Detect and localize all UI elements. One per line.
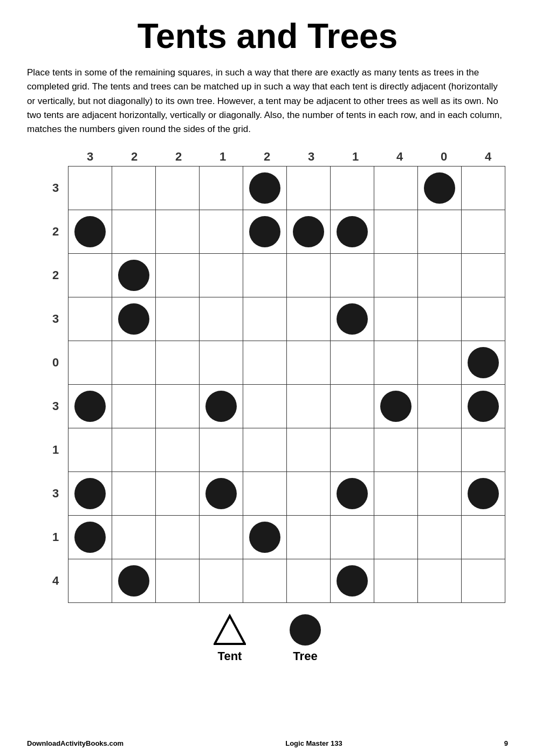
grid-cell[interactable]: [112, 341, 156, 385]
grid-cell[interactable]: [199, 384, 243, 428]
grid-cell[interactable]: [112, 384, 156, 428]
grid-cell[interactable]: [461, 297, 505, 341]
grid-cell[interactable]: [286, 384, 331, 428]
grid-cell[interactable]: [155, 384, 200, 428]
grid-cell[interactable]: [112, 515, 156, 559]
grid-cell[interactable]: [286, 253, 331, 297]
grid-cell[interactable]: [286, 471, 331, 516]
grid-cell[interactable]: [112, 428, 156, 472]
grid-cell[interactable]: [374, 210, 418, 254]
grid-cell[interactable]: [68, 515, 112, 559]
grid-cell[interactable]: [199, 471, 243, 516]
grid-cell[interactable]: [374, 384, 418, 428]
grid-cell[interactable]: [68, 559, 112, 603]
grid-cell[interactable]: [417, 210, 462, 254]
grid-cell[interactable]: [330, 297, 374, 341]
grid-cell[interactable]: [243, 559, 287, 603]
grid-cell[interactable]: [68, 297, 112, 341]
grid-cell[interactable]: [155, 559, 200, 603]
grid-cell[interactable]: [417, 297, 462, 341]
grid-cell[interactable]: [461, 341, 505, 385]
grid-cell[interactable]: [155, 210, 200, 254]
grid-cell[interactable]: [243, 384, 287, 428]
grid-cell[interactable]: [286, 341, 331, 385]
grid-cell[interactable]: [417, 428, 462, 472]
grid-cell[interactable]: [68, 384, 112, 428]
grid-cell[interactable]: [68, 341, 112, 385]
grid-cell[interactable]: [286, 515, 331, 559]
grid-cell[interactable]: [417, 166, 462, 210]
grid-cell[interactable]: [374, 471, 418, 516]
grid-cell[interactable]: [199, 210, 243, 254]
grid-cell[interactable]: [461, 471, 505, 516]
grid-cell[interactable]: [243, 341, 287, 385]
grid-cell[interactable]: [199, 166, 243, 210]
grid-cell[interactable]: [243, 515, 287, 559]
grid-cell[interactable]: [243, 166, 287, 210]
grid-cell[interactable]: [461, 210, 505, 254]
grid-cell[interactable]: [330, 210, 374, 254]
grid-cell[interactable]: [243, 253, 287, 297]
grid-cell[interactable]: [417, 384, 462, 428]
grid-cell[interactable]: [68, 210, 112, 254]
grid-cell[interactable]: [243, 428, 287, 472]
grid-cell[interactable]: [243, 471, 287, 516]
grid-cell[interactable]: [374, 428, 418, 472]
grid-cell[interactable]: [155, 166, 200, 210]
grid-cell[interactable]: [68, 428, 112, 472]
grid-cell[interactable]: [112, 559, 156, 603]
grid-cell[interactable]: [374, 341, 418, 385]
grid-cell[interactable]: [374, 166, 418, 210]
grid-cell[interactable]: [374, 515, 418, 559]
grid-cell[interactable]: [417, 341, 462, 385]
grid-cell[interactable]: [417, 253, 462, 297]
grid-cell[interactable]: [374, 253, 418, 297]
grid-cell[interactable]: [155, 253, 200, 297]
grid-cell[interactable]: [461, 253, 505, 297]
grid-cell[interactable]: [461, 166, 505, 210]
grid-cell[interactable]: [286, 297, 331, 341]
grid-cell[interactable]: [286, 559, 331, 603]
grid-cell[interactable]: [112, 253, 156, 297]
grid-cell[interactable]: [243, 297, 287, 341]
grid-cell[interactable]: [330, 428, 374, 472]
grid-cell[interactable]: [374, 559, 418, 603]
grid-cell[interactable]: [330, 515, 374, 559]
grid-cell[interactable]: [330, 559, 374, 603]
grid-cell[interactable]: [155, 515, 200, 559]
grid-cell[interactable]: [417, 471, 462, 516]
grid-cell[interactable]: [330, 471, 374, 516]
grid-cell[interactable]: [68, 471, 112, 516]
grid-cell[interactable]: [330, 384, 374, 428]
grid-cell[interactable]: [417, 515, 462, 559]
grid-cell[interactable]: [330, 341, 374, 385]
grid-cell[interactable]: [330, 253, 374, 297]
grid-cell[interactable]: [112, 166, 156, 210]
grid-cell[interactable]: [199, 559, 243, 603]
grid-cell[interactable]: [68, 166, 112, 210]
grid-cell[interactable]: [112, 297, 156, 341]
grid-cell[interactable]: [155, 297, 200, 341]
grid-cell[interactable]: [286, 166, 331, 210]
grid-cell[interactable]: [112, 210, 156, 254]
grid-cell[interactable]: [286, 210, 331, 254]
grid-cell[interactable]: [330, 166, 374, 210]
grid-cell[interactable]: [461, 515, 505, 559]
grid-cell[interactable]: [112, 471, 156, 516]
grid-cell[interactable]: [199, 253, 243, 297]
grid-cell[interactable]: [199, 428, 243, 472]
grid-cell[interactable]: [155, 341, 200, 385]
grid-cell[interactable]: [243, 210, 287, 254]
grid-cell[interactable]: [155, 428, 200, 472]
grid-cell[interactable]: [68, 253, 112, 297]
grid-cell[interactable]: [286, 428, 331, 472]
grid-cell[interactable]: [461, 428, 505, 472]
grid-cell[interactable]: [199, 297, 243, 341]
grid-cell[interactable]: [199, 515, 243, 559]
grid-cell[interactable]: [461, 384, 505, 428]
grid-cell[interactable]: [199, 341, 243, 385]
grid-cell[interactable]: [461, 559, 505, 603]
grid-cell[interactable]: [417, 559, 462, 603]
grid-cell[interactable]: [155, 471, 200, 516]
grid-cell[interactable]: [374, 297, 418, 341]
